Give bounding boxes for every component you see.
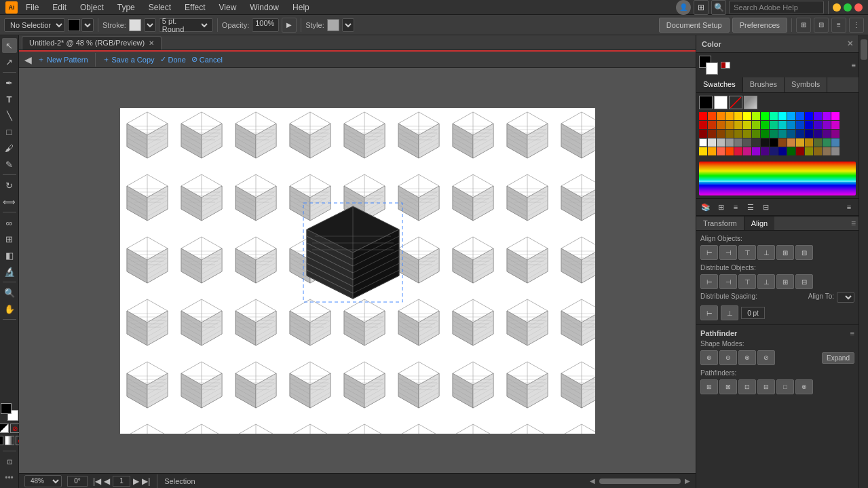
search-icon-btn[interactable]: 🔍 bbox=[711, 0, 726, 15]
transform-tab[interactable]: Transform bbox=[696, 217, 744, 230]
gradient-mode-btn[interactable] bbox=[5, 436, 14, 445]
swatch-cell[interactable] bbox=[743, 112, 751, 120]
swatch-cell[interactable] bbox=[770, 121, 778, 129]
eyedropper-tool[interactable]: 🔬 bbox=[2, 264, 17, 279]
maximize-button[interactable] bbox=[844, 3, 852, 12]
rotate-tool[interactable]: ↻ bbox=[2, 178, 17, 193]
line-tool[interactable]: ╲ bbox=[2, 108, 17, 123]
intersect-btn[interactable]: ⊗ bbox=[738, 350, 756, 365]
menu-view[interactable]: View bbox=[214, 1, 242, 14]
fill-stroke-mini[interactable] bbox=[699, 56, 718, 75]
paintbrush-tool[interactable]: 🖌 bbox=[2, 140, 17, 155]
swatch-cell[interactable] bbox=[796, 138, 804, 147]
swatch-cell[interactable] bbox=[717, 147, 725, 155]
scroll-right-btn[interactable]: ▶ bbox=[685, 477, 690, 485]
scroll-left-btn[interactable]: ◀ bbox=[590, 477, 595, 485]
swatch-cell[interactable] bbox=[778, 147, 787, 155]
swatch-cell[interactable] bbox=[805, 138, 813, 147]
swatch-cell[interactable] bbox=[823, 121, 831, 129]
swatch-cell[interactable] bbox=[717, 138, 725, 147]
dist-right-btn[interactable]: ⊤ bbox=[738, 274, 756, 289]
dist-center-v-btn[interactable]: ⊞ bbox=[776, 274, 794, 289]
align-center-v-btn[interactable]: ⊞ bbox=[776, 245, 794, 260]
swatch-cell[interactable] bbox=[805, 121, 813, 129]
minus-back-btn[interactable]: ⊗ bbox=[795, 379, 813, 394]
swatch-cell[interactable] bbox=[770, 147, 778, 155]
panel-options-icon[interactable]: ≡ bbox=[774, 217, 858, 230]
pathfinder-options-icon[interactable]: ≡ bbox=[850, 329, 854, 337]
swatch-cell[interactable] bbox=[796, 147, 804, 155]
more-tools-btn[interactable]: ••• bbox=[2, 470, 17, 485]
dist-spacing-h-btn[interactable]: ⊢ bbox=[700, 305, 718, 320]
style-select[interactable]: ▼ bbox=[342, 18, 354, 32]
swatch-cell[interactable] bbox=[752, 130, 760, 138]
menu-object[interactable]: Object bbox=[75, 1, 109, 14]
swatch-cell[interactable] bbox=[699, 112, 707, 120]
zoom-tool[interactable]: 🔍 bbox=[2, 285, 17, 300]
menu-help[interactable]: Help bbox=[287, 1, 315, 14]
transform-icon[interactable]: ⊞ bbox=[796, 18, 811, 33]
swatch-cell[interactable] bbox=[752, 138, 760, 147]
swatch-delete-icon[interactable]: ⊟ bbox=[759, 200, 772, 214]
swatch-cell[interactable] bbox=[734, 147, 742, 155]
rect-tool[interactable]: □ bbox=[2, 124, 17, 139]
gray-swatch[interactable] bbox=[744, 96, 757, 109]
swatch-cell[interactable] bbox=[761, 112, 769, 120]
fill-swatch[interactable] bbox=[68, 19, 80, 31]
fill-stroke-swatches[interactable] bbox=[1, 403, 18, 421]
trim-btn[interactable]: ⊠ bbox=[719, 379, 737, 394]
swatch-cell[interactable] bbox=[708, 130, 716, 138]
merge-btn[interactable]: ⊡ bbox=[738, 379, 756, 394]
color-panel-close[interactable]: ✕ bbox=[847, 39, 853, 48]
prev-artboard-btn[interactable]: ◀ bbox=[104, 476, 110, 486]
color-mode-icon[interactable] bbox=[0, 424, 9, 433]
color-spectrum-bar[interactable] bbox=[699, 162, 856, 195]
gradient-tool[interactable]: ◧ bbox=[2, 248, 17, 263]
new-pattern-button[interactable]: ＋ New Pattern bbox=[37, 54, 88, 64]
swatch-show-icon[interactable]: ⊞ bbox=[714, 200, 728, 214]
selection-dropdown[interactable]: No Selection bbox=[4, 18, 65, 32]
stroke-swatch[interactable] bbox=[129, 19, 141, 31]
opacity-input[interactable]: 100% bbox=[252, 18, 279, 32]
horizontal-scrollbar[interactable] bbox=[599, 478, 681, 484]
swatch-cell[interactable] bbox=[734, 130, 742, 138]
swatch-cell[interactable] bbox=[805, 130, 813, 138]
swatch-cell[interactable] bbox=[734, 121, 742, 129]
align-right-btn[interactable]: ⊤ bbox=[738, 245, 756, 260]
minimize-button[interactable] bbox=[833, 3, 841, 12]
swatch-cell[interactable] bbox=[831, 147, 839, 155]
tab-close-btn[interactable]: ✕ bbox=[149, 39, 154, 47]
style-swatch[interactable] bbox=[327, 19, 339, 31]
menu-type[interactable]: Type bbox=[112, 1, 140, 14]
menu-edit[interactable]: Edit bbox=[47, 1, 72, 14]
black-swatch[interactable] bbox=[699, 96, 713, 109]
expand-button[interactable]: Expand bbox=[822, 352, 854, 364]
swatch-cell[interactable] bbox=[725, 147, 734, 155]
swatch-cell[interactable] bbox=[805, 112, 813, 120]
round-select[interactable]: ▼ bbox=[202, 20, 210, 30]
cancel-button[interactable]: ⊘ Cancel bbox=[191, 55, 223, 64]
exclude-btn[interactable]: ⊘ bbox=[757, 350, 775, 365]
swatch-cell[interactable] bbox=[814, 147, 822, 155]
pattern-back-btn[interactable]: ◀ bbox=[24, 54, 32, 65]
swatch-cell[interactable] bbox=[761, 130, 769, 138]
done-button[interactable]: ✓ Done bbox=[160, 55, 186, 64]
brushes-tab[interactable]: Brushes bbox=[743, 77, 785, 92]
first-artboard-btn[interactable]: |◀ bbox=[93, 476, 101, 486]
swatch-cell[interactable] bbox=[725, 130, 734, 138]
swatch-cell[interactable] bbox=[823, 138, 831, 147]
align-tab[interactable]: Align bbox=[744, 217, 774, 230]
profile-icon[interactable]: 👤 bbox=[676, 0, 691, 15]
artboard-tool[interactable]: ⊡ bbox=[2, 454, 17, 469]
vertical-scrollbar-thumb[interactable] bbox=[861, 39, 867, 60]
align-left-btn[interactable]: ⊢ bbox=[700, 245, 718, 260]
next-artboard-btn[interactable]: ▶ bbox=[133, 476, 139, 486]
swatch-cell[interactable] bbox=[796, 121, 804, 129]
swatch-cell[interactable] bbox=[831, 121, 839, 129]
stroke-mini-swatch[interactable] bbox=[706, 62, 718, 75]
document-setup-button[interactable]: Document Setup bbox=[659, 18, 730, 33]
swatch-cell[interactable] bbox=[734, 138, 742, 147]
menu-effect[interactable]: Effect bbox=[179, 1, 210, 14]
hand-tool[interactable]: ✋ bbox=[2, 301, 17, 316]
align-bottom-btn[interactable]: ⊟ bbox=[795, 245, 813, 260]
